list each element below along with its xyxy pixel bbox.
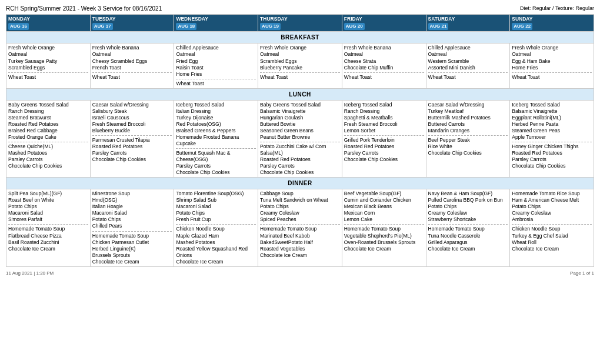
dinner-wednesday: Tomato Florentine Soup(OSG)Shrimp Salad …	[174, 189, 258, 267]
service-info: Service for 08/16/2021	[103, 5, 162, 12]
breakfast-tuesday: Fresh Whole BananaOatmealCheesy Scramble…	[90, 44, 174, 88]
date-badge: AUG 19	[260, 23, 281, 30]
date-badge: AUG 22	[512, 23, 532, 30]
breakfast-sunday: Fresh Whole OrangeOatmealEgg & Ham BakeH…	[510, 44, 594, 88]
day-name: THURSDAY	[260, 16, 340, 22]
lunch-saturday: Caesar Salad w/DressingTurkey MeatloafBu…	[426, 100, 510, 178]
breakfast-wednesday: Chilled ApplesauceOatmealFried EggRaisin…	[174, 44, 258, 88]
dinner-friday: Beef Vegetable Soup(GF)Cumin and Coriand…	[342, 189, 426, 267]
footer: 11 Aug 2021 | 1:20 PM Page 1 of 1	[6, 271, 594, 276]
lunch-monday: Baby Greens Tossed SaladRanch DressingSt…	[6, 100, 91, 178]
breakfast-row: Fresh Whole OrangeOatmealTurkey Sausage …	[6, 44, 594, 88]
menu-title: RCH Spring/Summer 2021 - Week 3	[6, 5, 101, 12]
day-name: SATURDAY	[428, 16, 508, 22]
day-header-thursday: THURSDAY AUG 19	[258, 15, 342, 32]
menu-table: MONDAY AUG 16 TUESDAY AUG 17 WEDNESDAY A…	[6, 14, 594, 267]
day-header-monday: MONDAY AUG 16	[6, 15, 91, 32]
top-bar: RCH Spring/Summer 2021 - Week 3 Service …	[6, 5, 594, 12]
date-badge: AUG 16	[8, 23, 29, 30]
dinner-header: DINNER	[6, 178, 594, 189]
breakfast-friday: Fresh Whole BananaOatmealCheese StrataCh…	[342, 44, 426, 88]
date-badge: AUG 17	[92, 23, 113, 30]
date-badge: AUG 20	[344, 23, 365, 30]
date-badge: AUG 21	[428, 23, 449, 30]
lunch-header: LUNCH	[6, 88, 594, 100]
day-header-friday: FRIDAY AUG 20	[342, 15, 426, 32]
dinner-row: Split Pea Soup(ML)(GF)Roast Beef on Whit…	[6, 189, 594, 267]
breakfast-saturday: Chilled ApplesauceOatmealWestern Scrambl…	[426, 44, 510, 88]
dinner-monday: Split Pea Soup(ML)(GF)Roast Beef on Whit…	[6, 189, 91, 267]
lunch-friday: Iceberg Tossed SaladRanch DressingSpaghe…	[342, 100, 426, 178]
page-container: RCH Spring/Summer 2021 - Week 3 Service …	[0, 0, 600, 280]
breakfast-thursday: Fresh Whole OrangeOatmealScrambled EggsB…	[258, 44, 342, 88]
breakfast-monday: Fresh Whole OrangeOatmealTurkey Sausage …	[6, 44, 91, 88]
page-title: RCH Spring/Summer 2021 - Week 3 Service …	[6, 5, 162, 12]
dinner-tuesday: Minestrone SoupHmd(OSG)Italian HoagieMac…	[90, 189, 174, 267]
diet-info: Diet: Regular / Texture: Regular	[520, 5, 594, 11]
lunch-tuesday: Caesar Salad w/DressingSalisbury SteakIs…	[90, 100, 174, 178]
breakfast-header: BREAKFAST	[6, 32, 594, 44]
day-name: TUESDAY	[92, 16, 172, 22]
footer-timestamp: 11 Aug 2021 | 1:20 PM	[6, 271, 54, 276]
day-name: FRIDAY	[344, 16, 424, 22]
date-badge: AUG 18	[176, 23, 196, 30]
dinner-sunday: Homemade Tomato Rice SoupHam & American …	[510, 189, 594, 267]
lunch-sunday: Iceberg Tossed SaladBalsamic Vinaigrette…	[510, 100, 594, 178]
day-name: SUNDAY	[512, 16, 592, 22]
lunch-wednesday: Iceberg Tossed SaladItalian DressingTurk…	[174, 100, 258, 178]
day-header-saturday: SATURDAY AUG 21	[426, 15, 510, 32]
day-name: MONDAY	[8, 16, 88, 22]
footer-page: Page 1 of 1	[570, 271, 594, 276]
day-header-sunday: SUNDAY AUG 22	[510, 15, 594, 32]
day-name: WEDNESDAY	[176, 16, 256, 22]
dinner-thursday: Cabbage SoupTuna Melt Sandwich on WheatP…	[258, 189, 342, 267]
lunch-row: Baby Greens Tossed SaladRanch DressingSt…	[6, 100, 594, 178]
dinner-saturday: Navy Bean & Ham Soup(GF)Pulled Carolina …	[426, 189, 510, 267]
day-header-wednesday: WEDNESDAY AUG 18	[174, 15, 258, 32]
day-header-tuesday: TUESDAY AUG 17	[90, 15, 174, 32]
lunch-thursday: Baby Greens Tossed SaladBalsamic Vinaigr…	[258, 100, 342, 178]
